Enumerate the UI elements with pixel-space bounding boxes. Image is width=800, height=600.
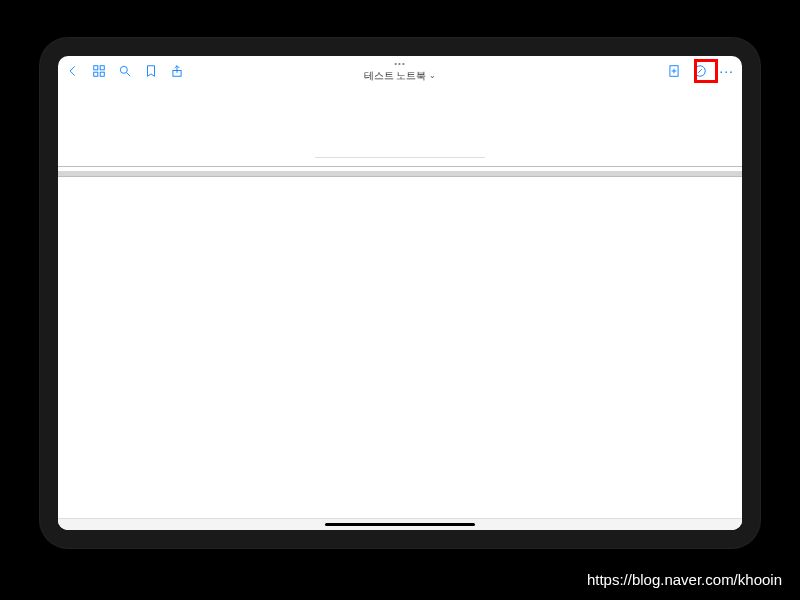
thumbnails-icon[interactable] [92, 64, 106, 78]
calendar-grid [58, 166, 742, 530]
toolbar-title-area[interactable]: ••• 테스트 노트북 ⌄ [364, 60, 437, 83]
search-icon[interactable] [118, 64, 132, 78]
screen: ••• 테스트 노트북 ⌄ ··· [58, 56, 742, 530]
attribution-text: https://blog.naver.com/khooin [587, 571, 782, 588]
grid-table [58, 171, 742, 177]
chevron-down-icon: ⌄ [429, 71, 436, 80]
svg-line-5 [127, 73, 131, 77]
bookmark-icon[interactable] [144, 64, 158, 78]
svg-rect-1 [100, 66, 104, 70]
toolbar-right: ··· [667, 64, 734, 78]
home-indicator[interactable] [325, 523, 475, 526]
share-icon[interactable] [170, 64, 184, 78]
drag-handle-icon: ••• [394, 60, 405, 68]
svg-point-4 [120, 66, 127, 73]
notebook-title: 테스트 노트북 [364, 69, 427, 83]
svg-rect-3 [100, 72, 104, 76]
svg-rect-2 [94, 72, 98, 76]
canvas-header [58, 86, 742, 166]
svg-rect-0 [94, 66, 98, 70]
edit-pen-icon[interactable] [693, 64, 707, 78]
title-underline [315, 157, 485, 158]
add-page-icon[interactable] [667, 64, 681, 78]
note-canvas[interactable] [58, 86, 742, 530]
ipad-device-frame: ••• 테스트 노트북 ⌄ ··· [40, 38, 760, 548]
toolbar: ••• 테스트 노트북 ⌄ ··· [58, 56, 742, 86]
back-icon[interactable] [66, 64, 80, 78]
toolbar-left [66, 64, 184, 78]
more-icon[interactable]: ··· [719, 64, 734, 78]
